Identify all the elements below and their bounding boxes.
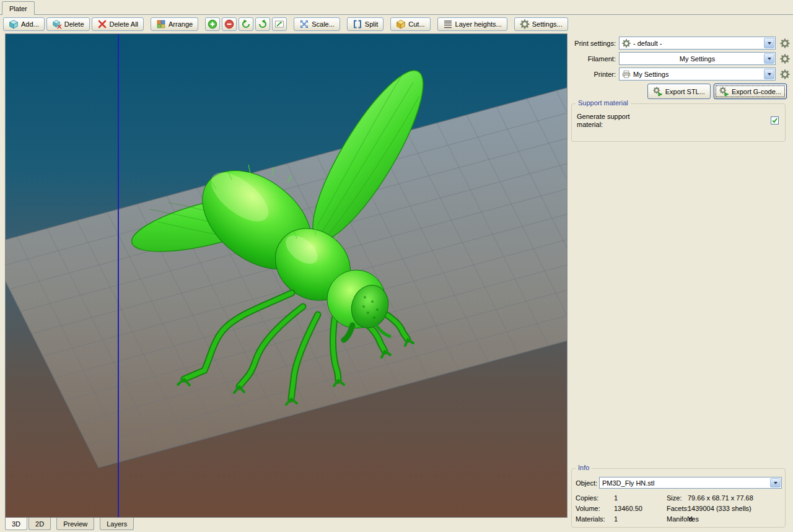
- main-tabstrip: Plater: [0, 0, 793, 15]
- tab-3d[interactable]: 3D: [5, 518, 27, 530]
- cut-cube-icon: [396, 19, 406, 29]
- increase-copies-icon: [208, 19, 217, 29]
- export-gcode-button[interactable]: Export G-code...: [714, 84, 787, 99]
- toolbar: Add... Delete Delete All Arrange: [0, 15, 793, 33]
- tab-preview-label: Preview: [63, 520, 87, 528]
- tab-layers[interactable]: Layers: [100, 518, 134, 530]
- delete-button[interactable]: Delete: [46, 17, 90, 31]
- info-group: Info Object: PM3D_Fly HN.stl Copies: 1 S…: [571, 468, 786, 528]
- chevron-down-icon: [774, 482, 778, 484]
- chevron-down-icon: [768, 42, 771, 45]
- add-button[interactable]: Add...: [3, 17, 45, 31]
- export-stl-label: Export STL...: [665, 88, 705, 95]
- copies-value: 1: [614, 494, 667, 502]
- gear-icon: [780, 54, 790, 64]
- arrange-label: Arrange: [169, 20, 193, 28]
- manifold-label: Manifold:: [667, 515, 688, 523]
- scale-button[interactable]: Scale...: [294, 17, 340, 31]
- change-scale-button[interactable]: [272, 17, 287, 31]
- tab-preview[interactable]: Preview: [56, 518, 94, 530]
- size-label: Size:: [667, 494, 688, 502]
- print-settings-value: - default -: [633, 40, 662, 47]
- filament-label: Filament:: [571, 55, 616, 63]
- copies-label: Copies:: [576, 494, 614, 502]
- checkbox-check-icon: [771, 116, 778, 124]
- decrease-copies-icon: [224, 19, 234, 29]
- layer-heights-icon: [443, 19, 453, 29]
- volume-value: 13460.50: [614, 505, 667, 512]
- cut-label: Cut...: [408, 20, 424, 28]
- chevron-down-icon: [768, 58, 771, 60]
- tab-2d[interactable]: 2D: [28, 518, 51, 530]
- rotate-cw-button[interactable]: [255, 17, 270, 31]
- dropdown-button[interactable]: [764, 69, 774, 79]
- volume-label: Volume:: [576, 505, 614, 512]
- increase-copies-button[interactable]: [205, 17, 220, 31]
- filament-gear-button[interactable]: [779, 53, 791, 64]
- export-gear-icon: [653, 87, 663, 97]
- plater-3d-viewport[interactable]: [5, 33, 567, 518]
- dropdown-button[interactable]: [764, 38, 774, 48]
- delete-all-button[interactable]: Delete All: [92, 17, 144, 31]
- change-scale-icon: [274, 19, 284, 29]
- plater-3d-scene: [6, 34, 567, 517]
- split-label: Split: [365, 20, 378, 28]
- view-tabstrip: 3D 2D Preview Layers: [5, 518, 134, 530]
- cut-button[interactable]: Cut...: [390, 17, 430, 31]
- settings-label: Settings...: [532, 20, 563, 28]
- decrease-copies-button[interactable]: [222, 17, 237, 31]
- facets-value: 1439004 (333 shells): [688, 505, 782, 512]
- rotate-cw-icon: [258, 19, 268, 29]
- filament-value: My Settings: [680, 55, 715, 63]
- delete-cube-icon: [52, 19, 62, 29]
- rotate-ccw-button[interactable]: [239, 17, 253, 31]
- scale-label: Scale...: [312, 20, 335, 28]
- settings-button[interactable]: Settings...: [514, 17, 568, 31]
- layer-heights-button[interactable]: Layer heights...: [437, 17, 507, 31]
- print-settings-gear-button[interactable]: [779, 37, 791, 49]
- printer-icon: [622, 70, 631, 79]
- facets-label: Facets:: [667, 505, 688, 512]
- delete-label: Delete: [64, 20, 84, 28]
- object-select[interactable]: PM3D_Fly HN.stl: [599, 477, 782, 489]
- rotate-ccw-icon: [241, 19, 251, 29]
- export-gear-icon: [719, 87, 729, 97]
- generate-support-checkbox[interactable]: [771, 116, 779, 124]
- dropdown-button[interactable]: [770, 478, 781, 487]
- delete-all-label: Delete All: [110, 20, 138, 28]
- split-button[interactable]: Split: [347, 17, 383, 31]
- tab-3d-label: 3D: [12, 520, 20, 528]
- object-stats: Copies: 1 Size: 79.66 x 68.71 x 77.68 Vo…: [576, 494, 782, 523]
- arrange-button[interactable]: Arrange: [151, 17, 198, 31]
- dropdown-button[interactable]: [764, 53, 774, 64]
- support-material-group-title: Support material: [576, 99, 631, 107]
- layer-heights-label: Layer heights...: [455, 20, 502, 28]
- print-settings-select[interactable]: - default -: [619, 37, 776, 50]
- settings-panel: Print settings: - default - Filament: My…: [570, 33, 793, 532]
- tab-plater[interactable]: Plater: [2, 1, 35, 15]
- arrange-icon: [156, 19, 166, 29]
- filament-select[interactable]: My Settings: [619, 52, 776, 65]
- gear-icon: [780, 38, 790, 48]
- slic3r-plater-window: Plater Add... Delete Delete All Arrange: [0, 0, 793, 532]
- add-cube-icon: [9, 19, 19, 29]
- tab-plater-label: Plater: [9, 5, 27, 12]
- export-gcode-label: Export G-code...: [732, 88, 781, 95]
- printer-value: My Settings: [633, 71, 668, 78]
- printer-label: Printer:: [571, 71, 616, 78]
- export-stl-button[interactable]: Export STL...: [647, 84, 711, 99]
- manifold-value: Yes: [688, 515, 782, 523]
- materials-value: 1: [614, 515, 667, 523]
- gear-icon: [780, 69, 790, 79]
- printer-select[interactable]: My Settings: [619, 68, 776, 81]
- settings-gear-icon: [520, 19, 530, 29]
- size-value: 79.66 x 68.71 x 77.68: [688, 494, 782, 502]
- object-value: PM3D_Fly HN.stl: [602, 479, 654, 487]
- generate-support-label: Generate support material:: [577, 113, 646, 129]
- info-group-title: Info: [576, 464, 592, 471]
- print-settings-label: Print settings:: [571, 40, 616, 47]
- chevron-down-icon: [768, 73, 771, 76]
- support-material-group: Support material Generate support materi…: [571, 103, 786, 142]
- printer-gear-button[interactable]: [779, 68, 791, 80]
- add-label: Add...: [21, 20, 39, 28]
